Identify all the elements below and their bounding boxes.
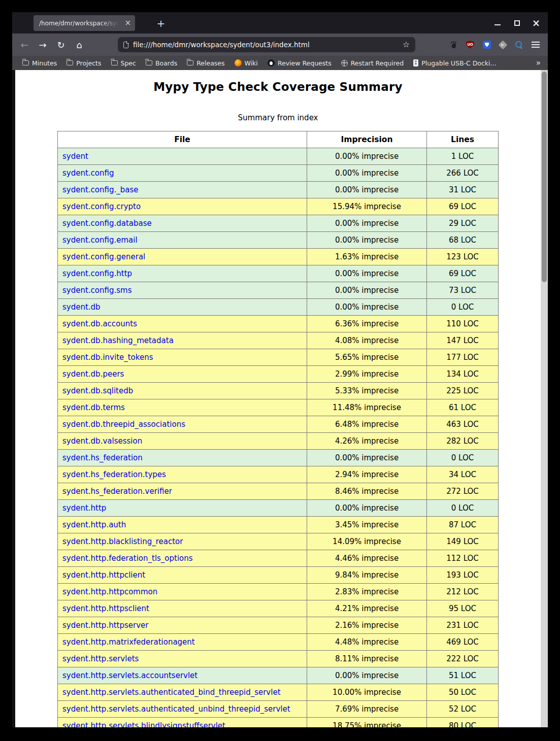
file-link[interactable]: sydent.db.valsession	[62, 436, 142, 446]
file-link[interactable]: sydent.config.general	[62, 252, 145, 261]
lines-cell: 68 LOC	[427, 232, 499, 249]
imprecision-cell: 8.11% imprecise	[307, 651, 427, 667]
gnome-foot-icon[interactable]	[450, 41, 457, 49]
lines-cell: 149 LOC	[427, 533, 499, 550]
file-link[interactable]: sydent.db.accounts	[62, 319, 137, 328]
navigation-toolbar: ← → ↻ ⌂ file:///home/dmr/workspace/syden…	[12, 33, 548, 56]
file-link[interactable]: sydent.http.servlets.authenticated_unbin…	[62, 704, 290, 714]
bitwarden-icon[interactable]	[483, 41, 491, 49]
file-link[interactable]: sydent.db.invite_tokens	[62, 353, 153, 362]
table-caption: Summary from index	[15, 113, 541, 122]
imprecision-cell: 4.21% imprecise	[307, 600, 427, 617]
file-link[interactable]: sydent.hs_federation	[62, 453, 143, 462]
file-link[interactable]: sydent.config.crypto	[62, 202, 141, 211]
folder-icon	[67, 60, 73, 65]
file-link[interactable]: sydent.config._base	[62, 185, 139, 194]
imprecision-cell: 14.09% imprecise	[307, 533, 427, 550]
hamburger-menu-icon[interactable]	[532, 41, 540, 48]
lines-cell: 69 LOC	[427, 265, 499, 282]
lines-cell: 0 LOC	[427, 299, 499, 316]
bookmarks-overflow-chevron[interactable]: »	[536, 58, 541, 68]
lines-cell: 266 LOC	[427, 165, 499, 182]
file-link[interactable]: sydent.hs_federation.verifier	[62, 487, 172, 496]
lines-cell: 222 LOC	[427, 651, 499, 667]
file-link[interactable]: sydent.config.sms	[62, 286, 132, 295]
vertical-scrollbar[interactable]	[541, 70, 548, 727]
table-row: sydent.db.accounts 6.36% imprecise 110 L…	[58, 316, 499, 332]
file-link[interactable]: sydent.config	[62, 169, 114, 178]
file-link[interactable]: sydent.hs_federation.types	[62, 470, 166, 479]
bookmark-wiki[interactable]: Wiki	[235, 59, 258, 67]
back-button[interactable]: ←	[18, 40, 30, 50]
file-link[interactable]: sydent.http.httpsclient	[62, 604, 149, 613]
lines-cell: 231 LOC	[427, 617, 499, 634]
file-link[interactable]: sydent.http.servlets	[62, 654, 139, 663]
reload-button[interactable]: ↻	[55, 40, 67, 50]
browser-tab[interactable]: /home/dmr/workspace/syden ×	[34, 15, 135, 31]
file-link[interactable]: sydent.http.servlets.accountservlet	[62, 671, 197, 680]
file-link[interactable]: sydent.db.hashing_metadata	[62, 336, 174, 345]
file-link[interactable]: sydent	[62, 152, 88, 161]
table-row: sydent.http.httpcommon 2.83% imprecise 2…	[58, 584, 499, 600]
file-link[interactable]: sydent.http.blacklisting_reactor	[62, 537, 183, 546]
tab-close-icon[interactable]: ×	[124, 19, 131, 27]
file-link[interactable]: sydent.http.matrixfederationagent	[62, 637, 195, 647]
url-text[interactable]: file:///home/dmr/workspace/sydent/out3/i…	[133, 41, 398, 49]
bookmark-minutes[interactable]: Minutes	[22, 59, 57, 67]
table-row: sydent.config 0.00% imprecise 266 LOC	[58, 165, 499, 182]
imprecision-cell: 15.94% imprecise	[307, 198, 427, 215]
file-link[interactable]: sydent.http.servlets.authenticated_bind_…	[62, 688, 281, 697]
file-link[interactable]: sydent.http.httpclient	[62, 570, 145, 580]
lines-cell: 61 LOC	[427, 399, 499, 416]
forward-button[interactable]: →	[37, 40, 49, 50]
file-link[interactable]: sydent.config.email	[62, 235, 138, 245]
file-link[interactable]: sydent.config.database	[62, 219, 152, 228]
close-button[interactable]: ×	[533, 19, 540, 26]
imprecision-cell: 8.46% imprecise	[307, 483, 427, 500]
column-header-file: File	[58, 131, 307, 148]
bookmark-star-icon[interactable]: ☆	[403, 41, 410, 49]
ublock-origin-icon[interactable]: UO	[466, 41, 474, 49]
file-link[interactable]: sydent.http.httpcommon	[62, 587, 157, 596]
lines-cell: 29 LOC	[427, 215, 499, 232]
table-row: sydent.http.servlets 8.11% imprecise 222…	[58, 651, 499, 667]
imprecision-cell: 11.48% imprecise	[307, 399, 427, 416]
table-row: sydent.hs_federation 0.00% imprecise 0 L…	[58, 450, 499, 466]
minimize-button[interactable]	[494, 19, 501, 26]
table-row: sydent.http.blacklisting_reactor 14.09% …	[58, 533, 499, 550]
file-link[interactable]: sydent.db.sqlitedb	[62, 386, 133, 395]
file-link[interactable]: sydent.http	[62, 503, 106, 513]
bookmark-review-requests[interactable]: Review Requests	[268, 59, 332, 67]
home-button[interactable]: ⌂	[73, 40, 85, 50]
file-link[interactable]: sydent.http.federation_tls_options	[62, 554, 193, 563]
file-link[interactable]: sydent.db.threepid_associations	[62, 420, 185, 429]
lines-cell: 177 LOC	[427, 349, 499, 366]
file-link[interactable]: sydent.db.peers	[62, 369, 124, 379]
bookmark-plugable-dock[interactable]: Plugable USB-C Docki...	[413, 59, 496, 67]
new-tab-button[interactable]: +	[153, 15, 169, 31]
search-icon[interactable]	[515, 41, 523, 49]
table-row: sydent.db.sqlitedb 5.33% imprecise 225 L…	[58, 383, 499, 399]
close-icon: ×	[532, 18, 540, 28]
file-link[interactable]: sydent.db.terms	[62, 403, 125, 412]
bookmark-restart-required[interactable]: Restart Required	[341, 59, 404, 67]
bookmark-releases[interactable]: Releases	[187, 59, 224, 67]
bookmark-boards[interactable]: Boards	[146, 59, 177, 67]
maximize-button[interactable]	[513, 19, 520, 26]
imprecision-cell: 18.75% imprecise	[307, 718, 427, 728]
file-link[interactable]: sydent.http.servlets.blindlysignstuffser…	[62, 721, 225, 727]
file-link[interactable]: sydent.db	[62, 302, 101, 312]
browser-content-area: Mypy Type Check Coverage Summary Summary…	[12, 70, 548, 727]
table-row: sydent.http.httpclient 9.84% imprecise 1…	[58, 567, 499, 584]
imprecision-cell: 3.45% imprecise	[307, 517, 427, 533]
url-bar[interactable]: file:///home/dmr/workspace/sydent/out3/i…	[118, 37, 415, 52]
file-link[interactable]: sydent.http.auth	[62, 520, 126, 529]
scrollbar-thumb[interactable]	[542, 72, 547, 282]
bookmark-spec[interactable]: Spec	[111, 59, 136, 67]
table-row: sydent.db.threepid_associations 6.48% im…	[58, 416, 499, 433]
file-link[interactable]: sydent.http.httpserver	[62, 621, 148, 630]
table-header-row: File Imprecision Lines	[58, 131, 499, 148]
extension-icon[interactable]	[498, 40, 507, 49]
file-link[interactable]: sydent.config.http	[62, 269, 132, 278]
bookmark-projects[interactable]: Projects	[67, 59, 101, 67]
